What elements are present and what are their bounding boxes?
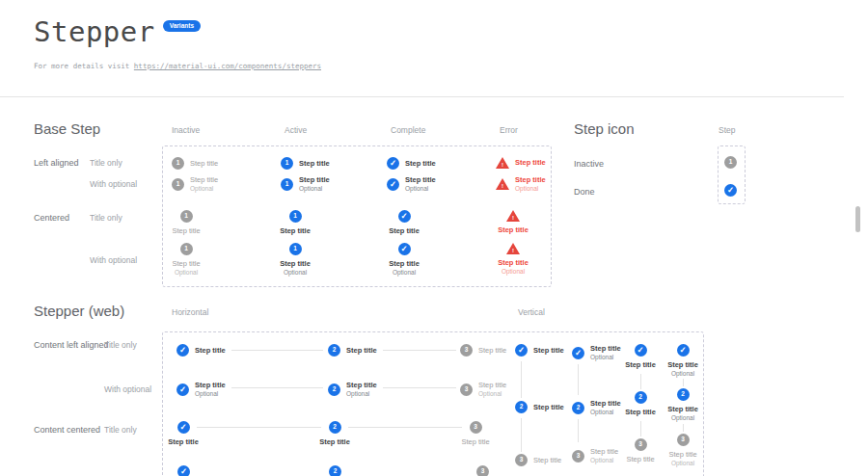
check-icon: ✓ (387, 157, 399, 170)
subtitle-text: For more details visit (34, 62, 134, 70)
step-optional: Optional (515, 185, 546, 193)
step-error-left-optional: ! Step titleOptional (496, 175, 546, 193)
step-title: Step title (389, 226, 420, 235)
step-icon-inactive: 1 (724, 156, 737, 169)
variant-label-with-optional: With optional (90, 179, 137, 189)
check-icon: ✓ (176, 383, 189, 396)
step-number-circle: 3 (470, 421, 482, 434)
step-number-circle: 1 (172, 157, 184, 170)
vstep4-2-active-optional: 2 Step title Optional (654, 388, 712, 422)
row-label-centered: Centered (34, 213, 69, 223)
step-icon-done-check-icon: ✓ (724, 184, 737, 197)
step-complete-left: ✓ Step title (387, 157, 436, 170)
hstep-clipped-inactive: 3 (476, 465, 489, 476)
variant-label-title-only: Title only (104, 425, 137, 435)
step-title: Step title (280, 259, 311, 268)
step-optional: Optional (478, 390, 506, 398)
hstep-2-active: 2 Step title (328, 344, 377, 357)
connector-line (383, 387, 456, 388)
step-number-circle: 1 (172, 178, 184, 191)
error-icon: ! (506, 210, 520, 222)
hstep-3-inactive: 3 Step title (460, 344, 506, 357)
step-active-centered: 1 Step title (266, 210, 324, 235)
step-title: Step title (625, 408, 656, 416)
step-number-circle: 2 (328, 383, 340, 396)
step-optional: Optional (195, 390, 226, 398)
step-number-circle: 2 (572, 402, 584, 414)
step-title: Step title (195, 346, 226, 355)
step-title: Step title (405, 159, 436, 168)
step-active-centered-optional: 1 Step title Optional (266, 243, 324, 277)
column-label-step: Step (719, 125, 736, 135)
step-number-circle: 3 (460, 344, 473, 357)
step-title: Step title (190, 159, 218, 168)
vstep1-1-complete: ✓ Step title (515, 344, 564, 357)
step-optional: Optional (405, 185, 436, 193)
step-number-circle: 2 (635, 391, 647, 404)
connector-line (348, 427, 462, 428)
connector-line (231, 387, 323, 388)
step-number-circle: 2 (515, 401, 528, 413)
step-error-centered-optional: ! Step title Optional (484, 243, 542, 276)
step-title: Step title (405, 175, 436, 184)
step-optional: Optional (502, 268, 525, 276)
step-optional: Optional (190, 185, 218, 193)
row-label-content-centered: Content centered (34, 425, 100, 435)
variant-label-title-only: Title only (90, 213, 122, 223)
hstep-clipped-check-icon: ✓ (177, 465, 190, 476)
connector-line (197, 427, 321, 428)
step-number-circle: 3 (515, 454, 528, 466)
step-number-circle: 1 (289, 243, 302, 255)
hstep-centered-3-inactive: 3 Step title (447, 421, 504, 446)
stepper-spec-page: Stepper Variants For more details visit … (0, 0, 868, 476)
step-title: Step title (389, 259, 420, 268)
hstep-2-active-optional: 2 Step titleOptional (328, 381, 377, 398)
column-label-inactive: Inactive (172, 125, 200, 135)
step-title: Step title (533, 456, 561, 464)
variants-badge: Variants (163, 20, 201, 32)
check-icon: ✓ (387, 178, 399, 191)
docs-link[interactable]: https://material-ui.com/components/stepp… (134, 62, 321, 70)
column-label-complete: Complete (391, 125, 425, 135)
row-label-done: Done (574, 187, 595, 197)
step-title: Step title (533, 403, 564, 411)
hstep-clipped-active: 2 (329, 465, 341, 476)
check-icon: ✓ (176, 344, 189, 357)
section-heading-base-step: Base Step (34, 120, 100, 137)
step-title: Step title (515, 158, 546, 167)
connector-line (231, 350, 323, 351)
step-optional: Optional (346, 390, 377, 398)
step-optional: Optional (671, 414, 694, 422)
check-icon: ✓ (398, 243, 411, 255)
step-inactive-left: 1 Step title (172, 157, 218, 170)
check-icon: ✓ (398, 210, 411, 223)
step-number-circle: 3 (677, 434, 690, 446)
step-title: Step title (319, 437, 350, 446)
check-icon: ✓ (635, 344, 647, 357)
step-title: Step title (346, 381, 377, 389)
vstep1-3-inactive: 3 Step title (515, 454, 561, 466)
step-number-circle: 2 (677, 388, 690, 401)
step-title: Step title (346, 346, 377, 355)
step-complete-centered-optional: ✓ Step title Optional (375, 243, 433, 277)
vstep4-3-inactive-optional: 3 Step title Optional (654, 434, 712, 467)
step-number-circle: 1 (281, 157, 293, 170)
step-title: Step title (667, 360, 698, 369)
step-number-circle: 3 (572, 450, 584, 463)
scrollbar-thumb[interactable] (855, 206, 860, 232)
step-number-circle: 2 (329, 421, 341, 434)
connector-line (578, 364, 579, 395)
step-optional: Optional (671, 370, 694, 378)
step-title: Step title (515, 175, 546, 184)
step-inactive-centered: 1 Step title (157, 210, 215, 235)
step-number-circle: 1 (289, 210, 302, 223)
column-label-vertical: Vertical (518, 307, 545, 317)
hstep-3-inactive-optional: 3 Step titleOptional (460, 381, 506, 398)
row-label-left-aligned: Left aligned (34, 158, 79, 168)
connector-line (521, 361, 522, 398)
step-number-circle: 2 (328, 344, 340, 357)
section-heading-step-icon: Step icon (574, 120, 635, 137)
connector-line (578, 419, 579, 442)
step-optional: Optional (299, 185, 330, 193)
step-title: Step title (498, 258, 529, 267)
